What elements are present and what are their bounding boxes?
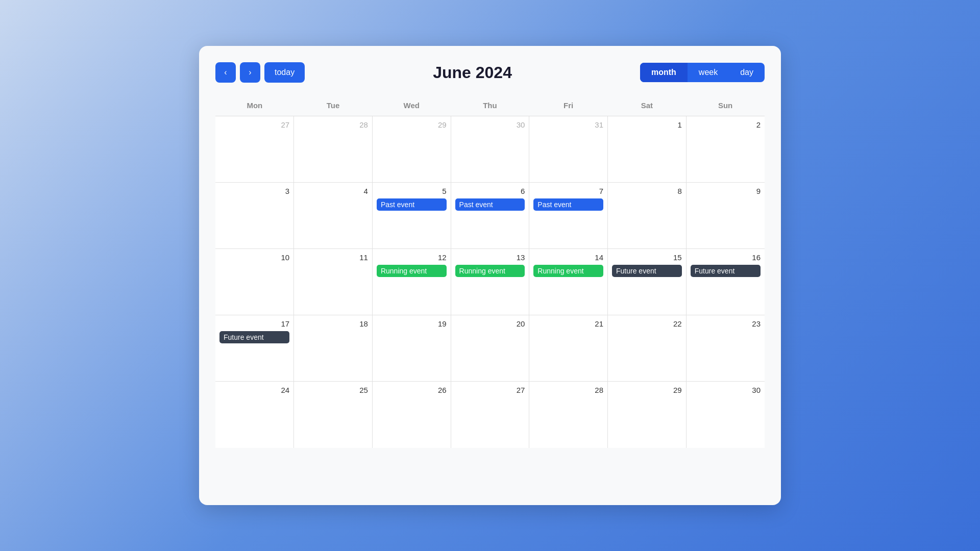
day-cell[interactable]: 24 (215, 382, 294, 448)
day-number: 7 (533, 187, 603, 195)
day-header-tue: Tue (294, 97, 373, 116)
day-cell[interactable]: 27 (451, 382, 529, 448)
day-cell[interactable]: 8 (608, 183, 687, 249)
day-cell[interactable]: 9 (686, 183, 765, 249)
event-future[interactable]: Future event (691, 265, 761, 277)
day-cell[interactable]: 19 (372, 315, 451, 382)
event-running[interactable]: Running event (377, 265, 447, 277)
day-cell[interactable]: 30 (451, 116, 529, 183)
day-number: 18 (298, 319, 368, 328)
day-number: 8 (612, 187, 682, 195)
day-number: 11 (298, 253, 368, 262)
day-number: 27 (219, 120, 289, 129)
event-past[interactable]: Past event (377, 198, 447, 211)
day-number: 14 (533, 253, 603, 262)
day-cell[interactable]: 30 (686, 382, 765, 448)
day-number: 30 (455, 120, 525, 129)
day-cell[interactable]: 5Past event (372, 183, 451, 249)
day-number: 16 (691, 253, 761, 262)
day-header-mon: Mon (215, 97, 294, 116)
day-number: 12 (377, 253, 447, 262)
day-cell[interactable]: 27 (215, 116, 294, 183)
day-cell[interactable]: 3 (215, 183, 294, 249)
day-number: 21 (533, 319, 603, 328)
view-month-button[interactable]: month (640, 63, 688, 82)
day-cell[interactable]: 15Future event (608, 249, 687, 315)
day-cell[interactable]: 31 (529, 116, 608, 183)
day-number: 10 (219, 253, 289, 262)
day-cell[interactable]: 4 (294, 183, 373, 249)
day-number: 30 (691, 386, 761, 394)
day-cell[interactable]: 2 (686, 116, 765, 183)
day-cell[interactable]: 13Running event (451, 249, 529, 315)
day-cell[interactable]: 29 (372, 116, 451, 183)
day-number: 13 (455, 253, 525, 262)
today-button[interactable]: today (264, 62, 305, 83)
view-group: month week day (640, 63, 765, 82)
day-number: 17 (219, 319, 289, 328)
day-header-sat: Sat (608, 97, 687, 116)
day-number: 25 (298, 386, 368, 394)
prev-button[interactable]: ‹ (215, 62, 236, 83)
calendar-title: June 2024 (433, 63, 512, 82)
event-past[interactable]: Past event (533, 198, 603, 211)
event-running[interactable]: Running event (455, 265, 525, 277)
calendar-container: ‹ › today June 2024 month week day MonTu… (199, 46, 781, 505)
day-number: 31 (533, 120, 603, 129)
day-number: 29 (612, 386, 682, 394)
day-cell[interactable]: 23 (686, 315, 765, 382)
calendar-grid: MonTueWedThuFriSatSun 272829303112345Pas… (215, 97, 765, 448)
nav-group: ‹ › today (215, 62, 305, 83)
day-cell[interactable]: 16Future event (686, 249, 765, 315)
day-number: 19 (377, 319, 447, 328)
view-day-button[interactable]: day (729, 63, 765, 82)
day-cell[interactable]: 26 (372, 382, 451, 448)
day-cell[interactable]: 29 (608, 382, 687, 448)
day-cell[interactable]: 6Past event (451, 183, 529, 249)
next-button[interactable]: › (240, 62, 260, 83)
event-future[interactable]: Future event (219, 331, 289, 343)
day-number: 22 (612, 319, 682, 328)
day-number: 20 (455, 319, 525, 328)
day-cell[interactable]: 14Running event (529, 249, 608, 315)
event-running[interactable]: Running event (533, 265, 603, 277)
day-cell[interactable]: 22 (608, 315, 687, 382)
day-number: 2 (691, 120, 761, 129)
event-past[interactable]: Past event (455, 198, 525, 211)
day-cell[interactable]: 25 (294, 382, 373, 448)
day-cell[interactable]: 1 (608, 116, 687, 183)
day-number: 6 (455, 187, 525, 195)
day-cell[interactable]: 28 (529, 382, 608, 448)
calendar-header: ‹ › today June 2024 month week day (215, 62, 765, 83)
day-number: 28 (533, 386, 603, 394)
day-number: 4 (298, 187, 368, 195)
day-header-thu: Thu (451, 97, 529, 116)
day-number: 5 (377, 187, 447, 195)
day-cell[interactable]: 12Running event (372, 249, 451, 315)
day-number: 27 (455, 386, 525, 394)
day-number: 28 (298, 120, 368, 129)
day-number: 9 (691, 187, 761, 195)
day-number: 15 (612, 253, 682, 262)
day-number: 29 (377, 120, 447, 129)
day-cell[interactable]: 18 (294, 315, 373, 382)
day-number: 3 (219, 187, 289, 195)
view-week-button[interactable]: week (688, 63, 729, 82)
day-cell[interactable]: 10 (215, 249, 294, 315)
day-header-sun: Sun (686, 97, 765, 116)
day-number: 1 (612, 120, 682, 129)
day-number: 23 (691, 319, 761, 328)
day-header-fri: Fri (529, 97, 608, 116)
day-number: 24 (219, 386, 289, 394)
day-cell[interactable]: 28 (294, 116, 373, 183)
day-cell[interactable]: 7Past event (529, 183, 608, 249)
day-number: 26 (377, 386, 447, 394)
day-cell[interactable]: 17Future event (215, 315, 294, 382)
event-future[interactable]: Future event (612, 265, 682, 277)
day-cell[interactable]: 11 (294, 249, 373, 315)
day-cell[interactable]: 20 (451, 315, 529, 382)
day-header-wed: Wed (372, 97, 451, 116)
day-cell[interactable]: 21 (529, 315, 608, 382)
